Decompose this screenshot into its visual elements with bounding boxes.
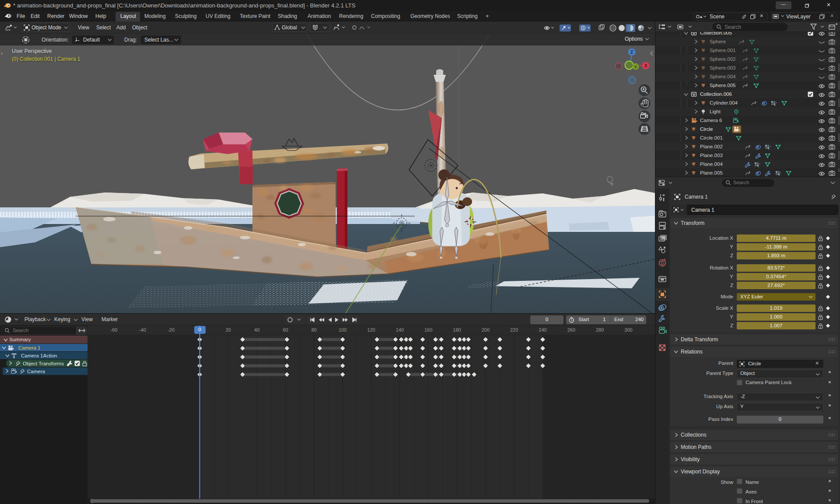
svg-text:Y: Y	[634, 65, 637, 69]
svg-text:X: X	[644, 63, 648, 68]
svg-text:Z: Z	[630, 50, 633, 55]
